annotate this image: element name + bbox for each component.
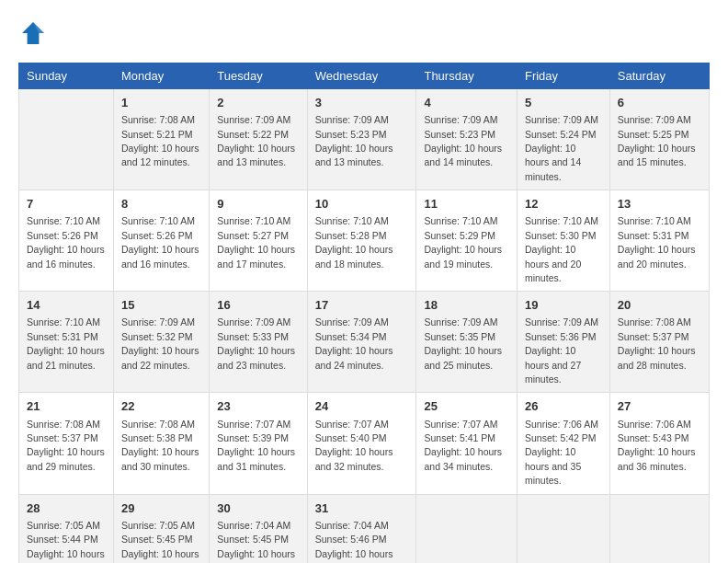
day-number: 3 xyxy=(315,95,409,111)
sunrise-text: Sunrise: 7:08 AM xyxy=(121,419,195,430)
sunrise-text: Sunrise: 7:10 AM xyxy=(525,215,598,226)
daylight-text: Daylight: 10 hours and 35 minutes. xyxy=(525,446,581,486)
calendar-cell: 21 Sunrise: 7:08 AM Sunset: 5:37 PM Dayl… xyxy=(19,393,114,494)
sunrise-text: Sunrise: 7:07 AM xyxy=(217,419,290,430)
calendar-cell: 20 Sunrise: 7:08 AM Sunset: 5:37 PM Dayl… xyxy=(609,292,709,393)
daylight-text: Daylight: 10 hours and 24 minutes. xyxy=(315,345,393,370)
calendar-cell: 1 Sunrise: 7:08 AM Sunset: 5:21 PM Dayli… xyxy=(113,89,209,190)
day-number: 20 xyxy=(618,297,701,314)
calendar-cell: 14 Sunrise: 7:10 AM Sunset: 5:31 PM Dayl… xyxy=(19,292,114,393)
daylight-text: Daylight: 10 hours and 39 minutes. xyxy=(121,548,199,563)
day-number: 26 xyxy=(525,398,602,415)
day-number: 14 xyxy=(27,297,106,314)
daylight-text: Daylight: 10 hours and 13 minutes. xyxy=(315,143,393,167)
day-number: 13 xyxy=(618,196,701,213)
daylight-text: Daylight: 10 hours and 30 minutes. xyxy=(121,446,199,471)
calendar-table: SundayMondayTuesdayWednesdayThursdayFrid… xyxy=(18,63,710,563)
calendar-cell: 6 Sunrise: 7:09 AM Sunset: 5:25 PM Dayli… xyxy=(609,89,709,190)
sunrise-text: Sunrise: 7:08 AM xyxy=(27,419,100,430)
sunrise-text: Sunrise: 7:09 AM xyxy=(424,114,497,125)
day-number: 15 xyxy=(121,297,201,314)
daylight-text: Daylight: 10 hours and 16 minutes. xyxy=(121,244,199,269)
calendar-cell: 7 Sunrise: 7:10 AM Sunset: 5:26 PM Dayli… xyxy=(19,190,114,292)
day-number: 8 xyxy=(121,196,201,213)
daylight-text: Daylight: 10 hours and 20 minutes. xyxy=(525,244,581,283)
day-number: 4 xyxy=(424,95,509,111)
sunset-text: Sunset: 5:45 PM xyxy=(121,534,193,545)
daylight-text: Daylight: 10 hours and 17 minutes. xyxy=(217,244,295,269)
sunrise-text: Sunrise: 7:10 AM xyxy=(217,215,290,226)
daylight-text: Daylight: 10 hours and 42 minutes. xyxy=(315,548,393,563)
sunrise-text: Sunrise: 7:09 AM xyxy=(217,114,290,125)
sunset-text: Sunset: 5:36 PM xyxy=(525,331,597,342)
calendar-cell: 18 Sunrise: 7:09 AM Sunset: 5:35 PM Dayl… xyxy=(416,292,518,393)
sunset-text: Sunset: 5:23 PM xyxy=(315,129,387,140)
sunrise-text: Sunrise: 7:10 AM xyxy=(618,215,691,226)
calendar-week-row: 28 Sunrise: 7:05 AM Sunset: 5:44 PM Dayl… xyxy=(19,494,710,563)
sunrise-text: Sunrise: 7:10 AM xyxy=(27,215,100,226)
day-number: 11 xyxy=(424,196,509,213)
sunset-text: Sunset: 5:31 PM xyxy=(27,331,98,342)
daylight-text: Daylight: 10 hours and 18 minutes. xyxy=(315,244,393,269)
day-number: 6 xyxy=(618,95,701,111)
calendar-cell: 22 Sunrise: 7:08 AM Sunset: 5:38 PM Dayl… xyxy=(113,393,209,494)
calendar-cell: 13 Sunrise: 7:10 AM Sunset: 5:31 PM Dayl… xyxy=(609,190,709,292)
weekday-header: Saturday xyxy=(609,63,709,89)
daylight-text: Daylight: 10 hours and 32 minutes. xyxy=(315,446,393,471)
sunset-text: Sunset: 5:21 PM xyxy=(121,129,193,140)
sunrise-text: Sunrise: 7:10 AM xyxy=(424,215,497,226)
daylight-text: Daylight: 10 hours and 19 minutes. xyxy=(424,244,502,269)
day-number: 28 xyxy=(27,500,106,517)
calendar-cell: 27 Sunrise: 7:06 AM Sunset: 5:43 PM Dayl… xyxy=(609,393,709,494)
sunset-text: Sunset: 5:34 PM xyxy=(315,331,387,342)
calendar-cell: 2 Sunrise: 7:09 AM Sunset: 5:22 PM Dayli… xyxy=(210,89,307,190)
day-number: 30 xyxy=(217,500,299,517)
daylight-text: Daylight: 10 hours and 36 minutes. xyxy=(618,446,696,471)
calendar-cell: 31 Sunrise: 7:04 AM Sunset: 5:46 PM Dayl… xyxy=(307,494,416,563)
day-number: 31 xyxy=(315,500,409,517)
daylight-text: Daylight: 10 hours and 31 minutes. xyxy=(217,446,295,471)
weekday-header: Tuesday xyxy=(210,63,307,89)
sunset-text: Sunset: 5:24 PM xyxy=(525,129,597,140)
sunrise-text: Sunrise: 7:09 AM xyxy=(315,316,389,327)
daylight-text: Daylight: 10 hours and 13 minutes. xyxy=(217,143,295,167)
header xyxy=(18,18,710,48)
daylight-text: Daylight: 10 hours and 21 minutes. xyxy=(27,345,105,370)
calendar-cell: 25 Sunrise: 7:07 AM Sunset: 5:41 PM Dayl… xyxy=(416,393,518,494)
sunrise-text: Sunrise: 7:09 AM xyxy=(217,316,290,327)
weekday-header: Monday xyxy=(113,63,209,89)
daylight-text: Daylight: 10 hours and 23 minutes. xyxy=(217,345,295,370)
sunset-text: Sunset: 5:37 PM xyxy=(27,432,98,443)
sunset-text: Sunset: 5:41 PM xyxy=(424,432,495,443)
calendar-cell: 29 Sunrise: 7:05 AM Sunset: 5:45 PM Dayl… xyxy=(113,494,209,563)
sunrise-text: Sunrise: 7:10 AM xyxy=(121,215,195,226)
day-number: 22 xyxy=(121,398,201,415)
sunrise-text: Sunrise: 7:10 AM xyxy=(27,316,100,327)
calendar-cell: 5 Sunrise: 7:09 AM Sunset: 5:24 PM Dayli… xyxy=(517,89,609,190)
calendar-cell: 8 Sunrise: 7:10 AM Sunset: 5:26 PM Dayli… xyxy=(113,190,209,292)
sunset-text: Sunset: 5:35 PM xyxy=(424,331,495,342)
day-number: 5 xyxy=(525,95,602,111)
calendar-cell: 12 Sunrise: 7:10 AM Sunset: 5:30 PM Dayl… xyxy=(517,190,609,292)
day-number: 24 xyxy=(315,398,409,415)
sunrise-text: Sunrise: 7:05 AM xyxy=(121,520,195,531)
day-number: 21 xyxy=(27,398,106,415)
sunset-text: Sunset: 5:40 PM xyxy=(315,432,387,443)
daylight-text: Daylight: 10 hours and 16 minutes. xyxy=(27,244,105,269)
sunrise-text: Sunrise: 7:08 AM xyxy=(121,114,195,125)
calendar-cell xyxy=(517,494,609,563)
sunset-text: Sunset: 5:44 PM xyxy=(27,534,98,545)
sunset-text: Sunset: 5:46 PM xyxy=(315,534,387,545)
weekday-header: Thursday xyxy=(416,63,518,89)
day-number: 2 xyxy=(217,95,299,111)
sunrise-text: Sunrise: 7:09 AM xyxy=(424,316,497,327)
daylight-text: Daylight: 10 hours and 27 minutes. xyxy=(525,345,581,385)
sunset-text: Sunset: 5:42 PM xyxy=(525,432,597,443)
sunset-text: Sunset: 5:26 PM xyxy=(27,230,98,241)
day-number: 12 xyxy=(525,196,602,213)
calendar-cell: 10 Sunrise: 7:10 AM Sunset: 5:28 PM Dayl… xyxy=(307,190,416,292)
calendar-cell: 23 Sunrise: 7:07 AM Sunset: 5:39 PM Dayl… xyxy=(210,393,307,494)
sunrise-text: Sunrise: 7:09 AM xyxy=(618,114,691,125)
daylight-text: Daylight: 10 hours and 29 minutes. xyxy=(27,446,105,471)
calendar-cell xyxy=(609,494,709,563)
